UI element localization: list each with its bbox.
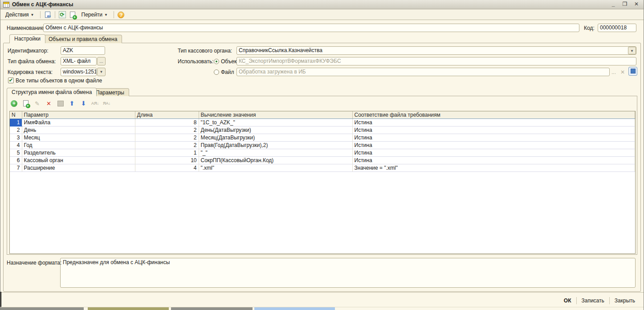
mdi-window-button[interactable] (171, 307, 253, 310)
cell-parameter[interactable]: ИмяФайла (22, 119, 135, 126)
use-object-value-field[interactable]: КС_ЭкспортИмпортВФорматахФКУФЭБС (236, 57, 636, 65)
table-row[interactable]: 4 Год 2 Прав(Год(ДатаВыгрузки),2) Истина (10, 142, 635, 149)
cell-n-selected[interactable]: 1 (10, 119, 22, 126)
write-button[interactable]: Записать (577, 296, 609, 305)
file-type-browse-button[interactable]: ... (97, 57, 106, 65)
cell-value-calc[interactable]: День(ДатаВыгрузки) (199, 126, 352, 134)
cell-length[interactable]: 2 (135, 142, 199, 149)
chevron-down-icon: ▼ (31, 13, 34, 17)
copy-button[interactable]: + (68, 11, 77, 19)
grid-toolbar: + + ✎ ✕ ⬆ ⬇ АЯ↓ ЯА↓ (10, 98, 110, 108)
cell-compliance[interactable]: Истина (352, 126, 635, 134)
col-header-value-calc[interactable]: Вычисление значения (199, 111, 352, 119)
cell-n[interactable]: 5 (10, 149, 22, 157)
cell-parameter[interactable]: Расширение (22, 164, 135, 172)
minimize-button[interactable]: _ (610, 1, 617, 8)
cell-value-calc[interactable]: СокрПП(КассовыйОрган.Код) (199, 157, 352, 164)
cell-compliance[interactable]: Истина (352, 134, 635, 142)
cell-parameter[interactable]: Год (22, 142, 135, 149)
cell-length[interactable]: 8 (135, 119, 199, 126)
mdi-window-button[interactable] (0, 307, 84, 310)
cell-value-calc[interactable]: "_" (199, 149, 352, 157)
cell-compliance[interactable]: Значение = ".xml" (352, 164, 635, 172)
cell-compliance[interactable]: Истина (352, 142, 635, 149)
cell-value-calc[interactable]: Прав(Год(ДатаВыгрузки),2) (199, 142, 352, 149)
mdi-window-button-active[interactable] (254, 307, 335, 310)
delete-row-button[interactable]: ✕ (45, 100, 53, 107)
use-object-radio[interactable] (214, 59, 219, 64)
cell-n[interactable]: 4 (10, 142, 22, 149)
code-input[interactable]: 000000018 (598, 24, 636, 32)
close-form-button[interactable]: Закрыть (610, 296, 640, 305)
col-header-n[interactable]: N (10, 111, 22, 119)
add-row-button[interactable]: + (10, 100, 18, 107)
use-file-radio-label: Файл (221, 69, 234, 75)
encoding-select[interactable]: windows-1251 (61, 68, 97, 76)
save-external-file-button[interactable] (628, 67, 637, 76)
go-menu-button[interactable]: Перейти ▼ (78, 10, 111, 19)
use-file-browse-button[interactable]: ... (611, 69, 616, 75)
table-row[interactable]: 1 ИмяФайла 8 "1C_to_AZK_" Истина (10, 119, 635, 126)
table-row[interactable]: 7 Расширение 4 ".xml" Значение = ".xml" (10, 164, 635, 172)
cell-value-calc[interactable]: Месяц(ДатаВыгрузки) (199, 134, 352, 142)
cash-organ-dropdown-button[interactable]: ▼ (628, 47, 636, 54)
cell-parameter[interactable]: День (22, 126, 135, 134)
copy-row-button[interactable]: + (22, 100, 29, 107)
actions-menu-button[interactable]: Действия ▼ (2, 10, 37, 19)
refresh-button[interactable]: ⟳ (58, 11, 67, 19)
cell-n[interactable]: 3 (10, 134, 22, 142)
table-row[interactable]: 6 Кассовый орган 10 СокрПП(КассовыйОрган… (10, 157, 635, 164)
sort-descending-button[interactable]: ЯА↓ (103, 100, 110, 107)
move-up-button[interactable]: ⬆ (68, 100, 76, 107)
ok-button[interactable]: ОК (559, 296, 576, 305)
restore-button[interactable]: ❐ (621, 1, 628, 8)
tab-settings[interactable]: Настройки (9, 34, 45, 43)
cell-parameter[interactable]: Месяц (22, 134, 135, 142)
cash-organ-type-input[interactable]: СправочникСсылка.Казначейства (236, 46, 636, 55)
cell-compliance[interactable]: Истина (352, 149, 635, 157)
sort-ascending-button[interactable]: АЯ↓ (91, 100, 99, 107)
cell-parameter[interactable]: Разделитель (22, 149, 135, 157)
tab-filename-structure[interactable]: Структура имени файла обмена (7, 88, 97, 96)
table-header-row: N Параметр Длина Вычисление значения Соо… (10, 111, 635, 119)
use-file-value-field[interactable]: Обработка загружена в ИБ (236, 68, 610, 76)
all-types-checkbox[interactable]: ✔ (8, 78, 14, 83)
cell-n[interactable]: 2 (10, 126, 22, 134)
move-down-button[interactable]: ⬇ (80, 100, 87, 107)
footer-divider (0, 292, 644, 293)
use-file-radio[interactable] (214, 69, 219, 75)
col-header-length[interactable]: Длина (135, 111, 199, 119)
end-edit-button[interactable] (57, 100, 64, 107)
encoding-label: Кодировка текста: (8, 69, 53, 75)
name-input[interactable]: Обмен с АЦК-финансы (43, 24, 579, 32)
code-label: Код: (584, 25, 595, 31)
close-button[interactable]: ✕ (633, 1, 640, 8)
cell-parameter[interactable]: Кассовый орган (22, 157, 135, 164)
cell-length[interactable]: 10 (135, 157, 199, 164)
help-button[interactable]: ? (117, 11, 126, 19)
cell-n[interactable]: 7 (10, 164, 22, 172)
cell-compliance[interactable]: Истина (352, 157, 635, 164)
identifier-input[interactable]: AZK (61, 46, 105, 55)
col-header-file-compliance[interactable]: Соответствие файла требованиям (352, 111, 635, 119)
cell-length[interactable]: 2 (135, 126, 199, 134)
mdi-window-button[interactable] (88, 307, 169, 310)
cell-length[interactable]: 1 (135, 149, 199, 157)
cell-value-calc[interactable]: "1C_to_AZK_" (199, 119, 352, 126)
format-purpose-textarea[interactable]: Предназначен для обмена с АЦК-финансы (60, 258, 636, 288)
reread-button[interactable]: ⇐ (43, 11, 52, 19)
file-type-input[interactable]: XML- файл (61, 57, 97, 65)
use-file-clear-button[interactable]: ✕ (620, 69, 625, 75)
edit-row-button[interactable]: ✎ (33, 100, 41, 107)
tab-objects-rules[interactable]: Объекты и правила обмена (44, 35, 122, 43)
table-row[interactable]: 3 Месяц 2 Месяц(ДатаВыгрузки) Истина (10, 134, 635, 142)
cell-length[interactable]: 2 (135, 134, 199, 142)
cell-value-calc[interactable]: ".xml" (199, 164, 352, 172)
cell-compliance[interactable]: Истина (352, 119, 635, 126)
cell-length[interactable]: 4 (135, 164, 199, 172)
encoding-dropdown-button[interactable]: ▼ (97, 68, 106, 76)
table-row[interactable]: 2 День 2 День(ДатаВыгрузки) Истина (10, 126, 635, 134)
table-row[interactable]: 5 Разделитель 1 "_" Истина (10, 149, 635, 157)
col-header-parameter[interactable]: Параметр (22, 111, 135, 119)
cell-n[interactable]: 6 (10, 157, 22, 164)
